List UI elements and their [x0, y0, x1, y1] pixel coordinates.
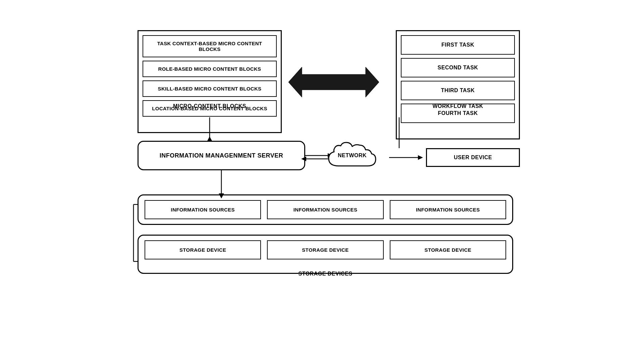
info-source-1: INFORMATION SOURCES: [145, 200, 261, 219]
info-server: INFORMATION MANAGENMENT SERVER: [138, 141, 305, 170]
storage-device-1: STORAGE DEVICE: [145, 240, 261, 259]
svg-text:NETWORK: NETWORK: [338, 153, 367, 158]
storage-label: STORAGE DEVICES: [138, 271, 513, 277]
role-based-box: ROLE-BASED MICRO CONTENT BLOCKS: [143, 61, 277, 77]
info-sources-container: INFORMATION SOURCES INFORMATION SOURCES …: [138, 194, 513, 225]
info-source-3: INFORMATION SOURCES: [390, 200, 506, 219]
first-task-box: FIRST TASK: [401, 35, 515, 55]
svg-marker-14: [288, 67, 379, 97]
third-task-box: THIRD TASK: [401, 81, 515, 100]
svg-marker-4: [418, 155, 423, 160]
workflow-label: WORKFLOW TASK: [396, 101, 520, 109]
task-context-box: TASK CONTEXT-BASED MICRO CONTENT BLOCKS: [143, 35, 277, 57]
double-arrow: [288, 64, 379, 101]
network-cloud: NETWORK: [322, 139, 389, 174]
storage-device-3: STORAGE DEVICE: [390, 240, 506, 259]
user-device: USER DEVICE: [426, 148, 520, 167]
micro-blocks-label: MICRO-CONTENT BLOCKS: [138, 101, 282, 109]
info-source-2: INFORMATION SOURCES: [267, 200, 383, 219]
second-task-box: SECOND TASK: [401, 58, 515, 77]
micro-blocks-container: TASK CONTEXT-BASED MICRO CONTENT BLOCKS …: [138, 30, 282, 133]
storage-device-2: STORAGE DEVICE: [267, 240, 383, 259]
storage-container: STORAGE DEVICE STORAGE DEVICE STORAGE DE…: [138, 235, 513, 274]
workflow-container: FIRST TASK SECOND TASK THIRD TASK FOURTH…: [396, 30, 520, 139]
diagram: TASK CONTEXT-BASED MICRO CONTENT BLOCKS …: [121, 20, 523, 342]
skill-based-box: SKILL-BASED MICRO CONTENT BLOCKS: [143, 80, 277, 97]
